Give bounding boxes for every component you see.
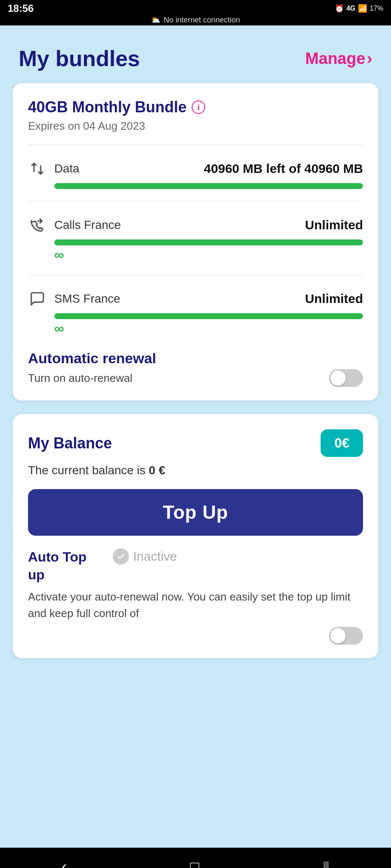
no-internet-icon: ⛅ — [151, 15, 160, 25]
data-value: 40960 MB left of 40960 MB — [204, 161, 363, 176]
inactive-check-icon — [113, 548, 129, 565]
calls-france-row: Calls France Unlimited ∞ — [28, 209, 363, 267]
data-label: Data — [54, 162, 79, 175]
divider-1 — [28, 145, 363, 145]
data-progress-fill — [54, 183, 363, 189]
back-button[interactable]: ‹ — [49, 854, 79, 868]
balance-desc: The current balance is 0 € — [28, 464, 363, 477]
manage-link[interactable]: Manage › — [305, 50, 372, 68]
balance-title: My Balance — [28, 434, 112, 452]
sms-france-label: SMS France — [54, 292, 120, 306]
home-button[interactable]: □ — [177, 854, 212, 868]
sms-infinity-icon: ∞ — [54, 321, 64, 336]
signal-icon: 📶 — [358, 4, 367, 13]
sms-france-value: Unlimited — [305, 292, 363, 306]
auto-topup-section: Auto Top up Inactive Activate your auto-… — [28, 548, 363, 645]
manage-label: Manage — [305, 50, 365, 68]
auto-renewal-row: Turn on auto-renewal — [28, 369, 363, 387]
manage-chevron: › — [367, 50, 372, 68]
calls-france-value: Unlimited — [305, 218, 363, 232]
divider-3 — [28, 275, 363, 275]
data-row: Data 40960 MB left of 40960 MB — [28, 153, 363, 193]
data-progress-bg — [54, 183, 363, 189]
bundle-expiry: Expires on 04 Aug 2023 — [28, 120, 363, 133]
checkmark-icon — [116, 552, 126, 561]
calls-progress-bg — [54, 239, 363, 245]
page-header: My bundles Manage › — [0, 25, 391, 83]
back-icon: ‹ — [61, 858, 67, 868]
inactive-label: Inactive — [133, 549, 177, 564]
balance-desc-value: 0 € — [149, 464, 165, 477]
sms-icon — [28, 289, 47, 308]
sms-france-row: SMS France Unlimited ∞ — [28, 283, 363, 341]
top-up-button[interactable]: Top Up — [28, 489, 363, 536]
chat-bubble-icon — [29, 291, 45, 307]
network-4g-icon: 4G — [346, 5, 355, 12]
auto-renewal-toggle[interactable] — [329, 369, 363, 387]
recents-icon: ⫴ — [323, 858, 330, 868]
battery-icon: 17% — [370, 5, 383, 12]
no-internet-text: No internet connection — [164, 16, 240, 25]
status-bar: 18:56 ⏰ 4G 📶 17% ⛅ No internet connectio… — [0, 0, 391, 25]
inactive-status: Inactive — [113, 548, 177, 565]
auto-topup-toggle-row — [28, 627, 363, 645]
data-icon — [28, 159, 47, 178]
auto-renewal-desc: Turn on auto-renewal — [28, 372, 132, 385]
calls-icon — [28, 216, 47, 234]
divider-2 — [28, 201, 363, 201]
auto-topup-desc: Activate your auto-renewal now. You can … — [28, 589, 363, 622]
bundle-info-icon[interactable]: i — [192, 100, 205, 114]
balance-desc-prefix: The current balance is — [28, 464, 149, 477]
bundle-card: 40GB Monthly Bundle i Expires on 04 Aug … — [13, 83, 378, 401]
bundle-title-text: 40GB Monthly Bundle — [28, 98, 187, 116]
alarm-icon: ⏰ — [335, 4, 344, 13]
main-content: My bundles Manage › 40GB Monthly Bundle … — [0, 25, 391, 848]
auto-renewal-title: Automatic renewal — [28, 350, 363, 367]
balance-badge: 0€ — [321, 429, 363, 457]
calls-infinity-icon: ∞ — [54, 247, 64, 262]
status-icons: ⏰ 4G 📶 17% — [335, 4, 383, 13]
bottom-nav: ‹ □ ⫴ — [0, 848, 391, 868]
recents-button[interactable]: ⫴ — [310, 854, 342, 868]
sms-progress-fill — [54, 313, 363, 319]
sms-progress-bg — [54, 313, 363, 319]
calls-progress-fill — [54, 239, 363, 245]
balance-header: My Balance 0€ — [28, 429, 363, 457]
phone-arrow-icon — [29, 217, 45, 233]
auto-topup-toggle[interactable] — [329, 627, 363, 645]
auto-renewal-section: Automatic renewal Turn on auto-renewal — [28, 350, 363, 387]
data-arrows-icon — [29, 161, 45, 177]
status-time: 18:56 — [8, 3, 34, 14]
no-internet-bar: ⛅ No internet connection — [0, 14, 391, 25]
page-title: My bundles — [19, 46, 140, 71]
calls-france-label: Calls France — [54, 218, 121, 232]
auto-topup-title: Auto Top up — [28, 548, 104, 584]
auto-topup-header: Auto Top up Inactive — [28, 548, 363, 584]
home-icon: □ — [190, 858, 199, 868]
balance-card: My Balance 0€ The current balance is 0 €… — [13, 414, 378, 658]
bundle-title-row: 40GB Monthly Bundle i — [28, 98, 363, 116]
